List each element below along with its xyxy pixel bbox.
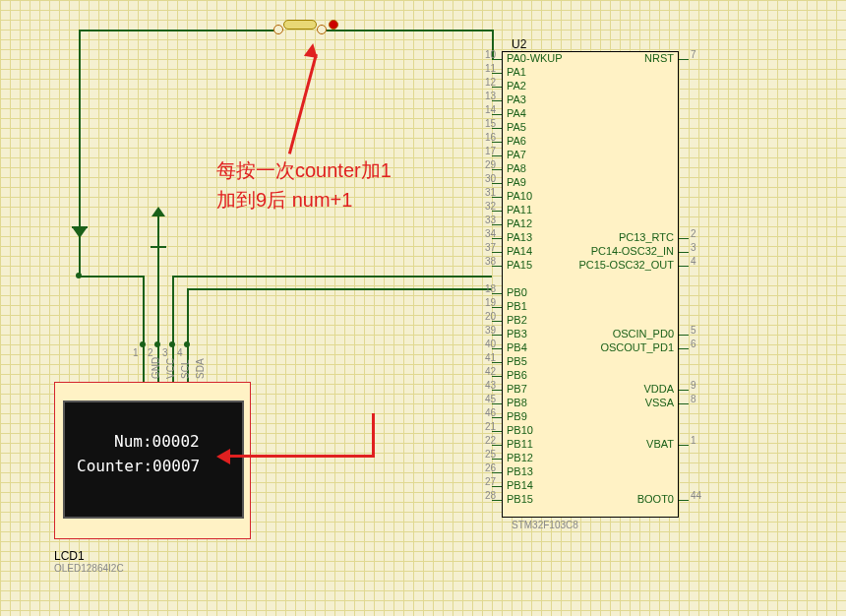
pin-label: PA2 <box>507 80 526 92</box>
pin-label: PB6 <box>507 369 527 381</box>
pin-number: 37 <box>478 242 496 253</box>
pin-number: 9 <box>691 380 696 391</box>
pin-label: PA3 <box>507 93 526 105</box>
pin-stub <box>679 348 689 349</box>
pin-number: 16 <box>478 132 496 143</box>
pin-label: PC14-OSC32_IN <box>575 245 674 257</box>
annotation-line1: 每按一次counter加1 <box>216 157 392 184</box>
wire <box>172 276 492 277</box>
pin-label: NRST <box>575 52 674 64</box>
pin-number: 13 <box>478 91 496 101</box>
chip-ref: U2 <box>512 37 526 51</box>
pin-label: PA6 <box>507 135 526 147</box>
lcd-line-counter: Counter:00007 <box>77 457 200 475</box>
button-cap <box>283 20 317 30</box>
pin-number: 8 <box>691 394 696 404</box>
pin-label: VBAT <box>575 438 674 450</box>
pin-number: 39 <box>478 325 496 336</box>
pin-number: 40 <box>478 339 496 349</box>
lcd-pin-label: SCL <box>180 360 191 379</box>
pin-number: 5 <box>691 325 696 336</box>
pin-number: 32 <box>478 201 496 212</box>
wire <box>79 276 143 277</box>
pin-label: PA8 <box>507 162 526 174</box>
pin-stub <box>679 445 689 446</box>
pin-number: 12 <box>478 77 496 88</box>
wire <box>187 288 189 344</box>
pin-label: PB4 <box>507 341 527 353</box>
pin-number: 30 <box>478 173 496 184</box>
pin-number: 15 <box>478 118 496 129</box>
pin-label: PA7 <box>507 149 526 160</box>
pin-number: 25 <box>478 449 496 460</box>
pin-stub <box>679 500 689 501</box>
pin-label: PB13 <box>507 465 533 477</box>
arrow-to-counter <box>226 455 374 458</box>
pin-label: PB15 <box>507 493 533 505</box>
pin-stub <box>679 238 689 239</box>
pin-number: 6 <box>691 339 696 349</box>
pin-number: 46 <box>478 407 496 418</box>
pin-number: 31 <box>478 187 496 198</box>
wire <box>187 288 492 290</box>
pin-label: PB5 <box>507 355 527 367</box>
pin-label: PA10 <box>507 190 532 202</box>
pin-label: PB12 <box>507 452 533 463</box>
chip-part: STM32F103C8 <box>512 520 578 530</box>
pin-stub <box>679 252 689 253</box>
wire <box>143 276 145 344</box>
pin-number: 17 <box>478 146 496 156</box>
pin-stub <box>679 403 689 404</box>
lcd-pin-number: 3 <box>162 347 168 358</box>
lcd-pin-number: 4 <box>177 347 183 358</box>
pin-stub <box>679 335 689 336</box>
pin-label: VDDA <box>575 383 674 395</box>
pin-label: PA1 <box>507 66 526 78</box>
pin-label: PA12 <box>507 217 532 229</box>
pin-label: PB11 <box>507 438 533 450</box>
button-terminal <box>273 25 283 34</box>
pin-label: OSCOUT_PD1 <box>575 341 674 353</box>
pin-number: 29 <box>478 159 496 170</box>
button-actuator[interactable] <box>329 20 338 30</box>
lcd-pin-number: 1 <box>133 347 139 358</box>
pin-number: 7 <box>691 49 696 60</box>
arrow-head-icon <box>304 42 320 58</box>
button-terminal <box>317 25 327 34</box>
pin-label: PB2 <box>507 314 527 326</box>
pin-number: 14 <box>478 104 496 115</box>
pin-stub <box>679 59 689 60</box>
pin-number: 2 <box>691 228 696 239</box>
lcd-pin-number: 2 <box>148 347 153 358</box>
pin-stub <box>679 390 689 391</box>
pin-number: 41 <box>478 352 496 363</box>
pin-label: BOOT0 <box>575 493 674 505</box>
pin-number: 45 <box>478 394 496 404</box>
pin-number: 11 <box>478 63 496 74</box>
pin-label: PA13 <box>507 231 532 243</box>
lcd-ref: LCD1 <box>54 549 85 563</box>
pin-label: PB9 <box>507 410 527 422</box>
wire <box>172 276 174 344</box>
wire <box>143 344 145 382</box>
pin-label: PA9 <box>507 176 526 188</box>
pin-number: 10 <box>478 49 496 60</box>
pin-label: VSSA <box>575 397 674 408</box>
push-button[interactable] <box>273 20 332 39</box>
wire <box>157 246 159 344</box>
lcd-pin-label: VCC <box>165 358 176 379</box>
pin-number: 26 <box>478 462 496 473</box>
pin-number: 33 <box>478 215 496 225</box>
annotation-line2: 加到9后 num+1 <box>216 187 352 214</box>
pin-number: 38 <box>478 256 496 267</box>
pin-number: 1 <box>691 435 696 446</box>
pin-number: 21 <box>478 421 496 432</box>
pin-number: 20 <box>478 311 496 322</box>
pin-number: 27 <box>478 476 496 487</box>
arrow-head-icon <box>216 449 230 464</box>
wire <box>325 30 492 31</box>
pin-label: PC15-OSC32_OUT <box>575 259 674 271</box>
pin-label: PA11 <box>507 204 532 216</box>
pin-label: PB3 <box>507 328 527 339</box>
pin-label: PB0 <box>507 286 527 298</box>
